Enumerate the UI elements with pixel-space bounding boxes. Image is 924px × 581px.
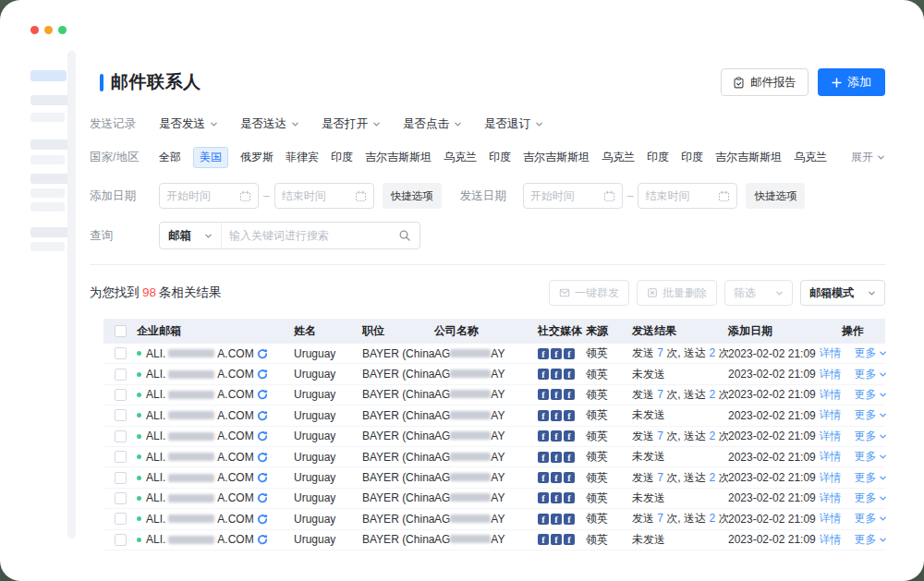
- row-checkbox[interactable]: [115, 492, 127, 504]
- facebook-icon[interactable]: f: [551, 410, 562, 421]
- more-link[interactable]: 更多: [855, 511, 887, 527]
- facebook-icon[interactable]: f: [538, 514, 549, 525]
- email-verify-icon[interactable]: [257, 410, 268, 421]
- facebook-icon[interactable]: f: [564, 430, 575, 442]
- detail-link[interactable]: 详情: [820, 532, 842, 548]
- country-tag[interactable]: 吉尔吉斯斯坦: [365, 150, 432, 165]
- calendar-icon[interactable]: [603, 190, 615, 202]
- row-checkbox[interactable]: [115, 430, 127, 442]
- maximize-window-button[interactable]: [58, 26, 67, 34]
- filter-dropdown[interactable]: 是否发送: [159, 116, 218, 132]
- facebook-icon[interactable]: f: [538, 534, 549, 545]
- mail-report-button[interactable]: 邮件报告: [721, 68, 808, 96]
- facebook-icon[interactable]: f: [551, 348, 562, 359]
- facebook-icon[interactable]: f: [564, 514, 575, 525]
- send-date-quick-options-button[interactable]: 快捷选项: [746, 183, 805, 209]
- send-date-start-input[interactable]: [530, 189, 600, 202]
- filter-dropdown[interactable]: 是否打开: [322, 116, 381, 132]
- facebook-icon[interactable]: f: [538, 369, 549, 380]
- more-link[interactable]: 更多: [855, 532, 887, 548]
- filter-dropdown[interactable]: 是否点击: [403, 116, 462, 132]
- facebook-icon[interactable]: f: [551, 430, 562, 442]
- email-verify-icon[interactable]: [257, 472, 268, 483]
- detail-link[interactable]: 详情: [820, 387, 842, 403]
- facebook-icon[interactable]: f: [538, 348, 549, 359]
- country-tag[interactable]: 乌克兰: [602, 150, 635, 165]
- more-link[interactable]: 更多: [855, 490, 887, 506]
- more-link[interactable]: 更多: [855, 470, 887, 486]
- country-tag[interactable]: 俄罗斯: [240, 150, 274, 165]
- calendar-icon[interactable]: [355, 190, 367, 202]
- country-tag[interactable]: 乌克兰: [794, 150, 827, 165]
- more-link[interactable]: 更多: [855, 429, 887, 444]
- email-verify-icon[interactable]: [257, 492, 268, 503]
- country-tag[interactable]: 乌克兰: [444, 150, 477, 165]
- detail-link[interactable]: 详情: [820, 511, 842, 527]
- facebook-icon[interactable]: f: [551, 389, 562, 400]
- facebook-icon[interactable]: f: [538, 492, 549, 503]
- sidebar-item[interactable]: [30, 113, 65, 122]
- more-link[interactable]: 更多: [855, 407, 887, 423]
- row-checkbox[interactable]: [115, 369, 127, 381]
- detail-link[interactable]: 详情: [820, 449, 842, 465]
- country-tag[interactable]: 菲律宾: [286, 150, 319, 165]
- more-link[interactable]: 更多: [855, 387, 887, 403]
- email-verify-icon[interactable]: [257, 348, 268, 359]
- detail-link[interactable]: 详情: [820, 490, 842, 506]
- send-date-end-input[interactable]: [645, 189, 714, 202]
- facebook-icon[interactable]: f: [538, 472, 549, 483]
- row-checkbox[interactable]: [115, 451, 127, 463]
- country-tag[interactable]: 全部: [159, 150, 181, 165]
- detail-link[interactable]: 详情: [820, 367, 842, 382]
- facebook-icon[interactable]: f: [551, 514, 562, 525]
- facebook-icon[interactable]: f: [564, 348, 575, 359]
- filter-select[interactable]: 筛选: [724, 280, 793, 306]
- row-checkbox[interactable]: [115, 347, 127, 359]
- facebook-icon[interactable]: f: [551, 492, 562, 503]
- more-link[interactable]: 更多: [855, 449, 887, 465]
- facebook-icon[interactable]: f: [551, 452, 562, 463]
- more-link[interactable]: 更多: [855, 345, 887, 361]
- bulk-delete-button[interactable]: 批量删除: [637, 280, 717, 306]
- country-tag[interactable]: 吉尔吉斯斯坦: [715, 150, 782, 165]
- country-tag-selected[interactable]: 美国: [193, 147, 228, 168]
- detail-link[interactable]: 详情: [820, 429, 842, 444]
- country-tag[interactable]: 印度: [681, 150, 703, 165]
- email-verify-icon[interactable]: [257, 369, 268, 380]
- sidebar-item[interactable]: [30, 188, 65, 198]
- sidebar-item[interactable]: [30, 242, 65, 251]
- detail-link[interactable]: 详情: [820, 470, 842, 486]
- facebook-icon[interactable]: f: [564, 472, 575, 483]
- email-verify-icon[interactable]: [257, 389, 268, 400]
- facebook-icon[interactable]: f: [538, 452, 549, 463]
- email-verify-icon[interactable]: [257, 430, 268, 442]
- facebook-icon[interactable]: f: [564, 410, 575, 421]
- country-tag[interactable]: 吉尔吉斯斯坦: [523, 150, 590, 165]
- facebook-icon[interactable]: f: [564, 534, 575, 545]
- row-checkbox[interactable]: [115, 472, 127, 484]
- sidebar-scrollbar[interactable]: [67, 51, 76, 539]
- facebook-icon[interactable]: f: [538, 410, 549, 421]
- country-tag[interactable]: 印度: [489, 150, 511, 165]
- detail-link[interactable]: 详情: [820, 345, 842, 361]
- add-date-quick-options-button[interactable]: 快捷选项: [383, 183, 442, 209]
- facebook-icon[interactable]: f: [564, 492, 575, 503]
- filter-dropdown[interactable]: 是否退订: [484, 116, 543, 132]
- email-verify-icon[interactable]: [257, 514, 268, 525]
- facebook-icon[interactable]: f: [551, 534, 562, 545]
- detail-link[interactable]: 详情: [820, 407, 842, 423]
- search-icon[interactable]: [398, 229, 411, 242]
- more-link[interactable]: 更多: [855, 367, 887, 382]
- row-checkbox[interactable]: [115, 409, 127, 421]
- expand-toggle[interactable]: 展开: [851, 150, 885, 165]
- close-window-button[interactable]: [30, 26, 39, 34]
- sidebar-item-active[interactable]: [30, 70, 67, 81]
- email-verify-icon[interactable]: [257, 452, 268, 463]
- row-checkbox[interactable]: [115, 513, 127, 525]
- row-checkbox[interactable]: [115, 389, 127, 401]
- query-field-select[interactable]: 邮箱: [160, 223, 222, 248]
- facebook-icon[interactable]: f: [538, 430, 549, 442]
- email-verify-icon[interactable]: [257, 534, 268, 545]
- facebook-icon[interactable]: f: [564, 369, 575, 380]
- add-date-end-input[interactable]: [282, 189, 351, 202]
